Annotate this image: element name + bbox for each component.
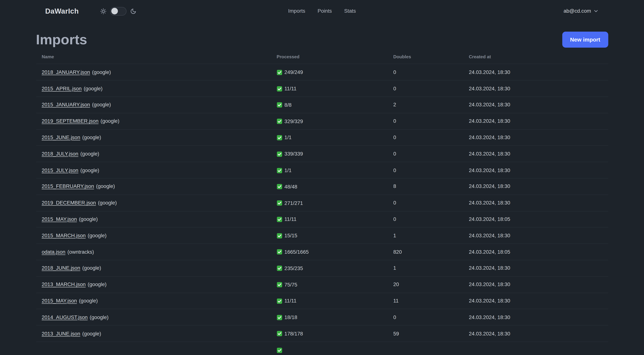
processed-count: 15/15	[284, 233, 297, 239]
created-at	[469, 342, 608, 355]
doubles-count: 0	[393, 195, 469, 211]
nav-item-points[interactable]: Points	[318, 8, 332, 14]
processed-cell: 178/178	[276, 325, 393, 342]
doubles-count: 0	[393, 162, 469, 178]
processed-cell: 75/75	[276, 276, 393, 293]
file-source: (google)	[82, 265, 101, 271]
created-at: 24.03.2024, 18:30	[469, 113, 608, 129]
name-cell: 2015_FEBRUARY.json(google)	[36, 178, 277, 195]
theme-toggle[interactable]	[110, 7, 126, 15]
success-check-icon	[276, 315, 282, 320]
file-source: (google)	[82, 135, 101, 140]
table-row	[36, 342, 608, 355]
moon-icon	[130, 8, 136, 14]
file-link[interactable]: 2015_MAY.json	[42, 216, 77, 222]
name-cell: 2015_JUNE.json(google)	[36, 129, 277, 146]
brand-logo[interactable]: DaWarIch	[45, 7, 79, 15]
processed-cell: 15/15	[276, 227, 393, 244]
name-cell: 2013_JUNE.json(google)	[36, 325, 277, 342]
doubles-count: 2	[393, 97, 469, 113]
file-source: (google)	[92, 69, 111, 75]
file-link[interactable]: 2014_AUGUST.json	[42, 314, 88, 320]
processed-count: 75/75	[284, 282, 297, 288]
processed-cell: 329/329	[276, 113, 393, 129]
processed-count: 1665/1665	[284, 249, 308, 255]
file-link[interactable]: 2018_JULY.json	[42, 151, 78, 157]
created-at: 24.03.2024, 18:05	[469, 211, 608, 227]
table-row: 2019_DECEMBER.json(google) 271/271 0 24.…	[36, 195, 608, 211]
processed-cell: 18/18	[276, 309, 393, 326]
file-link[interactable]: 2015_APRIL.json	[42, 86, 82, 91]
file-link[interactable]: 2015_JULY.json	[42, 167, 78, 173]
doubles-count: 0	[393, 64, 469, 80]
table-row: 2015_JANUARY.json(google) 8/8 2 24.03.20…	[36, 97, 608, 113]
processed-count: 8/8	[284, 102, 292, 108]
table-row: 2018_JULY.json(google) 339/339 0 24.03.2…	[36, 146, 608, 162]
new-import-button[interactable]: New import	[562, 32, 608, 48]
column-header-created-at: Created at	[469, 49, 608, 64]
processed-cell: 1665/1665	[276, 244, 393, 260]
created-at: 24.03.2024, 18:30	[469, 260, 608, 276]
doubles-count: 0	[393, 80, 469, 97]
file-link[interactable]: 2013_JUNE.json	[42, 331, 80, 337]
created-at: 24.03.2024, 18:30	[469, 293, 608, 309]
name-cell: 2018_JUNE.json(google)	[36, 260, 277, 276]
created-at: 24.03.2024, 18:30	[469, 276, 608, 293]
processed-cell: 48/48	[276, 178, 393, 195]
file-source: (google)	[88, 282, 106, 287]
doubles-count: 0	[393, 113, 469, 129]
processed-cell: 271/271	[276, 195, 393, 211]
processed-cell: 11/11	[276, 211, 393, 227]
file-link[interactable]: 2018_JANUARY.json	[42, 69, 90, 75]
name-cell: 2015_MARCH.json(google)	[36, 227, 277, 244]
processed-cell: 8/8	[276, 97, 393, 113]
file-link[interactable]: 2015_MAY.json	[42, 298, 77, 304]
file-source: (google)	[96, 184, 115, 189]
file-link[interactable]: odata.json	[42, 249, 66, 255]
created-at: 24.03.2024, 18:30	[469, 178, 608, 195]
table-row: 2015_MARCH.json(google) 15/15 1 24.03.20…	[36, 227, 608, 244]
doubles-count: 820	[393, 244, 469, 260]
doubles-count: 0	[393, 146, 469, 162]
nav-item-imports[interactable]: Imports	[288, 8, 305, 14]
success-check-icon	[276, 70, 282, 75]
file-link[interactable]: 2015_JUNE.json	[42, 135, 80, 140]
file-link[interactable]: 2015_JANUARY.json	[42, 102, 90, 108]
top-bar: DaWarIch	[0, 0, 644, 22]
name-cell: 2014_AUGUST.json(google)	[36, 309, 277, 326]
file-source: (google)	[84, 86, 102, 91]
table-row: 2015_APRIL.json(google) 11/11 0 24.03.20…	[36, 80, 608, 97]
file-source: (google)	[80, 167, 99, 173]
processed-cell: 11/11	[276, 80, 393, 97]
table-row: 2015_JULY.json(google) 1/1 0 24.03.2024,…	[36, 162, 608, 178]
success-check-icon	[276, 298, 282, 304]
success-check-icon	[276, 217, 282, 222]
file-link[interactable]: 2015_FEBRUARY.json	[42, 184, 94, 189]
file-link[interactable]: 2018_JUNE.json	[42, 265, 80, 271]
processed-count: 48/48	[284, 184, 297, 190]
column-header-doubles: Doubles	[393, 49, 469, 64]
file-source: (google)	[82, 331, 101, 337]
name-cell: 2019_SEPTEMBER.json(google)	[36, 113, 277, 129]
table-row: 2013_JUNE.json(google) 178/178 59 24.03.…	[36, 325, 608, 342]
success-check-icon	[276, 135, 282, 140]
processed-cell: 249/249	[276, 64, 393, 80]
file-link[interactable]: 2013_MARCH.json	[42, 282, 86, 287]
table-row: 2019_SEPTEMBER.json(google) 329/329 0 24…	[36, 113, 608, 129]
success-check-icon	[276, 119, 282, 124]
created-at: 24.03.2024, 18:30	[469, 309, 608, 326]
user-menu[interactable]: ab@cd.com	[564, 8, 599, 14]
page-title: Imports	[36, 31, 87, 48]
file-link[interactable]: 2019_SEPTEMBER.json	[42, 118, 98, 124]
processed-count: 329/329	[284, 118, 303, 124]
name-cell: 2015_APRIL.json(google)	[36, 80, 277, 97]
created-at: 24.03.2024, 18:30	[469, 129, 608, 146]
nav-item-stats[interactable]: Stats	[344, 8, 356, 14]
created-at: 24.03.2024, 18:30	[469, 227, 608, 244]
created-at: 24.03.2024, 18:05	[469, 244, 608, 260]
name-cell: odata.json(owntracks)	[36, 244, 277, 260]
file-link[interactable]: 2015_MARCH.json	[42, 233, 86, 238]
file-link[interactable]: 2019_DECEMBER.json	[42, 200, 96, 206]
doubles-count: 8	[393, 178, 469, 195]
table-row: 2015_MAY.json(google) 11/11 0 24.03.2024…	[36, 211, 608, 227]
